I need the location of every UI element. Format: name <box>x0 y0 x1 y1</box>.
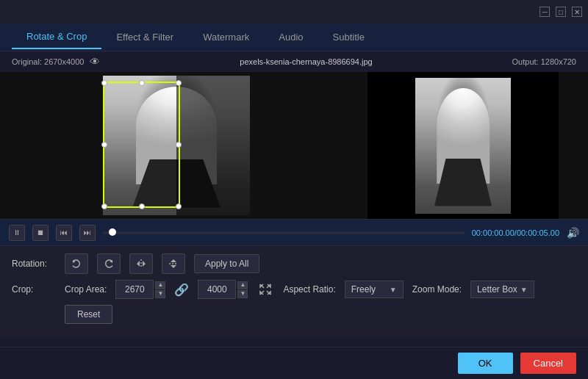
minimize-button[interactable]: ─ <box>539 7 550 17</box>
crop-width-input[interactable] <box>115 280 154 299</box>
visibility-icon[interactable]: 👁 <box>90 56 100 68</box>
rotate-left-button[interactable] <box>65 253 88 274</box>
timeline-thumb[interactable] <box>109 228 116 236</box>
ok-button[interactable]: OK <box>458 353 513 374</box>
crop-row: Crop: Crop Area: ▲ ▼ 🔗 ▲ ▼ <box>12 280 576 299</box>
tabs-row: Rotate & Crop Effect & Filter Watermark … <box>0 24 588 51</box>
crop-selection-box[interactable] <box>103 82 180 208</box>
aspect-ratio-arrow-icon: ▼ <box>390 286 397 294</box>
controls-panel: Rotation: <box>0 245 588 337</box>
timeline-track[interactable] <box>103 231 465 234</box>
crop-width-down[interactable]: ▼ <box>155 290 165 298</box>
tab-subtitle[interactable]: Subtitle <box>318 26 379 48</box>
svg-marker-4 <box>143 261 146 267</box>
zoom-mode-dropdown[interactable]: Letter Box ▼ <box>470 281 534 298</box>
reset-button[interactable]: Reset <box>65 305 112 324</box>
volume-icon[interactable]: 🔊 <box>567 227 579 239</box>
rotation-label: Rotation: <box>12 259 56 269</box>
stop-button[interactable]: ⏹ <box>32 225 49 241</box>
rotation-row: Rotation: <box>12 253 576 274</box>
tab-audio[interactable]: Audio <box>264 26 318 48</box>
crop-expand-icon[interactable] <box>257 281 274 298</box>
crop-width-group: ▲ ▼ <box>115 280 165 299</box>
next-frame-button[interactable]: ⏭ <box>79 225 96 241</box>
zoom-mode-arrow-icon: ▼ <box>520 286 528 294</box>
crop-handle-top-left[interactable] <box>101 80 107 86</box>
playback-bar: ⏸ ⏹ ⏮ ⏭ 00:00:00.00/00:00:05.00 🔊 <box>0 219 588 245</box>
flip-vertical-button[interactable] <box>162 253 185 274</box>
crop-height-group: ▲ ▼ <box>198 280 248 299</box>
crop-handle-top-center[interactable] <box>139 80 145 86</box>
tab-rotate-crop[interactable]: Rotate & Crop <box>12 25 101 49</box>
crop-height-up[interactable]: ▲ <box>237 281 248 289</box>
reset-row: Reset <box>12 305 576 324</box>
bottom-action-bar: OK Cancel <box>0 347 588 379</box>
output-size-label: Output: 1280x720 <box>512 57 576 66</box>
aspect-ratio-value: Freely <box>351 284 376 295</box>
svg-marker-7 <box>171 265 176 268</box>
flip-horizontal-button[interactable] <box>129 253 153 274</box>
tab-watermark[interactable]: Watermark <box>188 26 264 48</box>
crop-handle-bottom-right[interactable] <box>176 203 182 209</box>
rotate-right-button[interactable] <box>97 253 121 274</box>
pause-button[interactable]: ⏸ <box>9 225 25 241</box>
svg-marker-3 <box>137 261 140 267</box>
prev-frame-button[interactable]: ⏮ <box>56 225 72 241</box>
crop-handle-middle-left[interactable] <box>101 142 107 148</box>
zoom-mode-value: Letter Box <box>477 284 517 295</box>
filename-label: pexels-ksenia-chernaya-8986694.jpg <box>240 57 372 66</box>
crop-handle-middle-right[interactable] <box>176 142 182 148</box>
zoom-mode-label: Zoom Mode: <box>412 284 462 295</box>
aspect-ratio-dropdown[interactable]: Freely ▼ <box>345 281 404 298</box>
cancel-button[interactable]: Cancel <box>520 353 576 374</box>
apply-to-all-button[interactable]: Apply to All <box>194 254 259 273</box>
crop-label: Crop: <box>12 284 56 295</box>
aspect-ratio-label: Aspect Ratio: <box>283 284 335 295</box>
title-bar: ─ □ ✕ <box>0 0 588 24</box>
crop-handle-bottom-center[interactable] <box>139 203 145 209</box>
original-size-label: Original: 2670x4000 <box>12 57 84 66</box>
crop-width-up[interactable]: ▲ <box>155 281 165 289</box>
tab-effect-filter[interactable]: Effect & Filter <box>101 26 188 48</box>
close-button[interactable]: ✕ <box>572 7 582 17</box>
crop-area-label: Crop Area: <box>65 284 107 295</box>
maximize-button[interactable]: □ <box>556 7 566 17</box>
crop-height-input[interactable] <box>198 280 236 299</box>
crop-handle-bottom-left[interactable] <box>101 203 107 209</box>
link-dimensions-icon[interactable]: 🔗 <box>174 282 189 297</box>
svg-marker-6 <box>171 259 176 262</box>
crop-handle-top-right[interactable] <box>176 80 182 86</box>
crop-height-down[interactable]: ▼ <box>237 290 248 298</box>
preview-area <box>0 72 588 219</box>
time-display: 00:00:00.00/00:00:05.00 <box>472 228 559 237</box>
info-bar: Original: 2670x4000 👁 pexels-ksenia-cher… <box>0 51 588 72</box>
